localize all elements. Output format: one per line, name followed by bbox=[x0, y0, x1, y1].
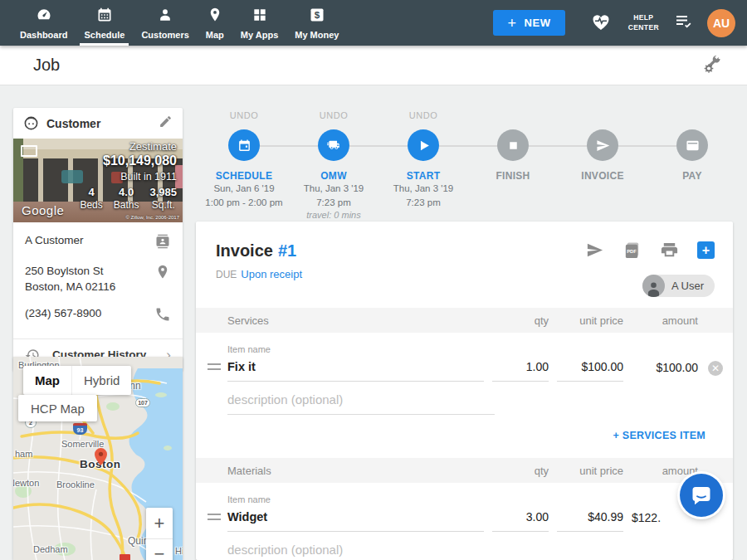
invoice-number[interactable]: #1 bbox=[278, 241, 296, 260]
dashboard-icon bbox=[36, 7, 52, 27]
undo-link[interactable]: UNDO bbox=[320, 110, 348, 124]
map-type-button-map[interactable]: Map bbox=[23, 366, 71, 395]
customer-address: 250 Boylston St Boston, MA 02116 bbox=[25, 264, 115, 295]
due-line: DUEUpon receipt bbox=[216, 266, 713, 281]
map-widget[interactable]: Burlington Lynn Somerville ham Boston Ne… bbox=[13, 357, 183, 560]
phone-icon[interactable] bbox=[149, 306, 171, 326]
job-settings-wrench-icon[interactable] bbox=[702, 54, 722, 77]
hcp-map-button[interactable]: HCP Map bbox=[18, 395, 97, 421]
user-avatar[interactable]: AU bbox=[707, 9, 735, 37]
nav-item-map[interactable]: Map bbox=[198, 0, 232, 46]
delete-cell bbox=[698, 526, 723, 532]
item-name-value[interactable]: Fix it bbox=[227, 360, 484, 382]
qty-input[interactable]: 1.00 bbox=[492, 360, 549, 382]
nav-item-schedule[interactable]: Schedule bbox=[76, 0, 133, 46]
invoice-step-button[interactable] bbox=[587, 129, 618, 161]
health-heart-icon[interactable] bbox=[590, 12, 612, 35]
nav-item-dashboard[interactable]: Dashboard bbox=[12, 0, 76, 46]
undo-link[interactable]: UNDO bbox=[230, 110, 258, 124]
item-name-value[interactable]: Widget bbox=[227, 510, 484, 532]
customer-card-title: Customer bbox=[46, 117, 100, 130]
nav-item-my-money[interactable]: $ My Money bbox=[286, 0, 347, 46]
qty-column-header: qty bbox=[492, 465, 549, 477]
help-line2: CENTER bbox=[628, 23, 659, 32]
nav-item-customers[interactable]: Customers bbox=[133, 0, 197, 46]
unit-price-input[interactable]: $40.99 bbox=[557, 510, 623, 532]
delete-cell: ✕ bbox=[698, 361, 723, 382]
amount-column-header: amount bbox=[632, 465, 698, 477]
line-amount: $100.00 bbox=[632, 361, 698, 382]
undo-link[interactable]: UNDO bbox=[409, 110, 437, 124]
help-line1: HELP bbox=[628, 13, 659, 22]
zoom-in-button[interactable]: + bbox=[146, 508, 173, 538]
description-input[interactable]: description (optional) bbox=[227, 392, 495, 415]
section-title: Services bbox=[227, 314, 492, 327]
qty-column-header: qty bbox=[492, 314, 549, 327]
new-button[interactable]: + NEW bbox=[493, 10, 564, 36]
zestimate-value: $10,149,080 bbox=[80, 153, 177, 168]
drag-handle-icon[interactable] bbox=[208, 363, 221, 370]
step-time: 7:23 pm bbox=[316, 196, 351, 210]
new-button-label: NEW bbox=[525, 17, 551, 29]
stat-beds: 4 Beds bbox=[80, 186, 102, 211]
route-shield-107: 107 bbox=[135, 398, 150, 407]
main-content: Customer Zestimate $10,149,080 Built in … bbox=[0, 85, 747, 560]
stat-label: Beds bbox=[80, 199, 102, 211]
edit-pencil-icon[interactable] bbox=[159, 114, 173, 132]
item-name-field[interactable]: Item name Widget bbox=[227, 494, 484, 532]
omw-step-button[interactable] bbox=[318, 129, 349, 161]
schedule-step-button[interactable] bbox=[228, 129, 260, 161]
remove-item-icon[interactable]: ✕ bbox=[708, 361, 723, 376]
timeline-steps: UNDO SCHEDULE Sun, Jan 6 '19 1:00 pm - 2… bbox=[199, 110, 737, 220]
unit-price-input[interactable]: $100.00 bbox=[557, 360, 623, 382]
customer-card: Customer Zestimate $10,149,080 Built in … bbox=[13, 108, 183, 371]
assignee-chip[interactable]: A User bbox=[642, 275, 715, 297]
add-services-item-link[interactable]: + SERVICES ITEM bbox=[613, 430, 706, 441]
stat-value: 4 bbox=[80, 186, 102, 198]
checklist-icon[interactable] bbox=[674, 12, 694, 34]
invoice-header: Invoice#1 DUEUpon receipt PDF + bbox=[196, 222, 733, 308]
job-location-pin bbox=[95, 448, 107, 469]
service-item-row: Item name Fix it 1.00 $100.00 $100.00 ✕ bbox=[196, 333, 733, 382]
drag-handle-icon[interactable] bbox=[208, 514, 221, 520]
description-input[interactable]: description (optional) bbox=[227, 543, 495, 560]
pay-step-button[interactable] bbox=[676, 129, 708, 161]
start-step-button[interactable] bbox=[408, 129, 439, 161]
add-invoice-button[interactable]: + bbox=[697, 241, 715, 259]
due-terms-link[interactable]: Upon receipt bbox=[241, 268, 302, 280]
map-label: Dedham bbox=[33, 544, 68, 554]
invoice-title: Invoice bbox=[216, 241, 273, 260]
send-invoice-icon[interactable] bbox=[585, 241, 604, 260]
property-photo[interactable]: Zestimate $10,149,080 Built in 1911 4 Be… bbox=[13, 139, 183, 222]
google-watermark: Google bbox=[22, 203, 64, 217]
apps-grid-icon bbox=[251, 7, 268, 27]
map-label: Brookline bbox=[56, 480, 95, 489]
help-center-link[interactable]: HELP CENTER bbox=[628, 13, 659, 32]
customer-card-header: Customer bbox=[13, 108, 183, 139]
nav-item-my-apps[interactable]: My Apps bbox=[232, 0, 286, 46]
stat-label: Sq.ft. bbox=[149, 199, 177, 211]
nav-label: Customers bbox=[141, 30, 188, 40]
contact-card-icon[interactable] bbox=[149, 233, 171, 253]
chat-messenger-button[interactable] bbox=[680, 474, 723, 517]
step-date: Sun, Jan 6 '19 bbox=[213, 182, 274, 196]
print-icon[interactable] bbox=[660, 241, 679, 260]
pdf-icon[interactable]: PDF bbox=[622, 241, 642, 260]
map-type-button-hybrid[interactable]: Hybrid bbox=[71, 366, 131, 395]
finish-step-button[interactable] bbox=[497, 129, 529, 161]
timeline-step-invoice: INVOICE bbox=[558, 110, 647, 220]
stop-icon bbox=[506, 139, 520, 153]
navbar-right: + NEW HELP CENTER AU bbox=[493, 0, 735, 46]
zillow-copyright: © Zillow, Inc. 2006-2017 bbox=[126, 215, 179, 220]
map-label: Hi bbox=[175, 546, 183, 556]
customer-face-icon bbox=[23, 115, 39, 131]
address-line2: Boston, MA 02116 bbox=[25, 280, 115, 295]
item-name-field[interactable]: Item name Fix it bbox=[227, 344, 484, 382]
step-label: PAY bbox=[682, 170, 702, 182]
travel-time: travel: 0 mins bbox=[306, 210, 360, 220]
nav-label: Schedule bbox=[84, 30, 124, 40]
zoom-out-button[interactable]: − bbox=[146, 538, 173, 560]
qty-input[interactable]: 3.00 bbox=[492, 510, 549, 532]
timeline-step-schedule: UNDO SCHEDULE Sun, Jan 6 '19 1:00 pm - 2… bbox=[199, 110, 289, 220]
location-pin-icon[interactable] bbox=[149, 264, 171, 284]
